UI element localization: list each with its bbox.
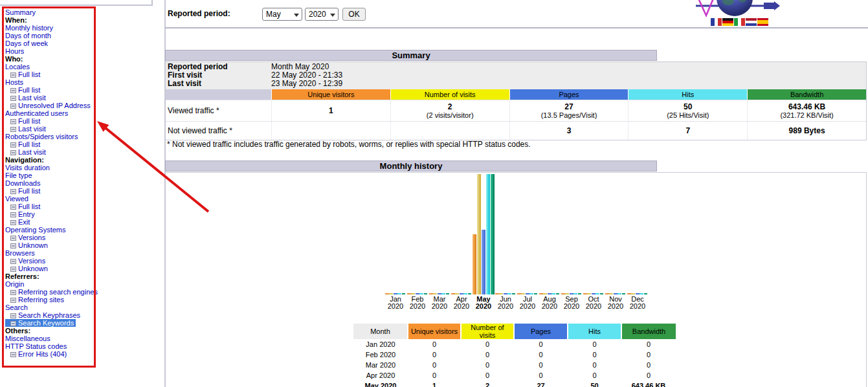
summary-column-header: Bandwidth xyxy=(747,89,866,100)
spain-flag-icon[interactable] xyxy=(757,18,768,26)
chart-month-slot xyxy=(495,173,517,294)
summary-value-cell xyxy=(390,122,509,140)
sidebar-item-label: Unresolved IP Address xyxy=(18,102,91,109)
monthly-history-table: MonthUnique visitorsNumber of visitsPage… xyxy=(353,324,676,387)
sidebar-item-miscellaneous[interactable]: Miscellaneous xyxy=(5,335,98,342)
monthly-table-cell: Mar 2020 xyxy=(353,360,408,370)
monthly-table-cell: 0 xyxy=(461,339,514,349)
summary-blank-header-cell xyxy=(166,89,271,100)
sidebar-item-last-visit[interactable]: Last visit xyxy=(5,125,98,133)
germany-flag-icon[interactable] xyxy=(722,18,733,26)
sidebar-item-viewed[interactable]: Viewed xyxy=(5,195,98,203)
france-flag-icon[interactable] xyxy=(711,18,722,26)
menu-square-icon xyxy=(10,212,16,217)
sidebar-item-days-of-week[interactable]: Days of week xyxy=(5,39,98,47)
sidebar-item-origin[interactable]: Origin xyxy=(5,280,98,288)
sidebar-item-downloads[interactable]: Downloads xyxy=(5,179,98,187)
summary-metric-header-row: Unique visitorsNumber of visitsPagesHits… xyxy=(166,89,866,100)
monthly-table-cell: Apr 2020 xyxy=(353,370,408,381)
summary-row-label: Viewed traffic * xyxy=(166,100,271,121)
sidebar-item-exit[interactable]: Exit xyxy=(5,218,98,226)
sidebar-item-full-list[interactable]: Full list xyxy=(5,86,98,94)
netherlands-flag-icon[interactable] xyxy=(746,18,757,26)
chart-zero-marker xyxy=(539,293,560,294)
monthly-table-cell: 0 xyxy=(461,360,514,370)
sidebar-item-versions[interactable]: Versions xyxy=(5,234,98,241)
sidebar-item-visits-duration[interactable]: Visits duration xyxy=(5,164,98,171)
sidebar-item-referring-sites[interactable]: Referring sites xyxy=(5,296,98,304)
monthly-table-cell: 0 xyxy=(514,370,568,381)
sidebar-item-entry[interactable]: Entry xyxy=(5,210,98,218)
sidebar-item-robots-spiders-visitors[interactable]: Robots/Spiders visitors xyxy=(5,133,98,140)
italy-flag-icon[interactable] xyxy=(734,18,745,26)
monthly-table-header: Bandwidth xyxy=(621,324,676,339)
sidebar-item-full-list[interactable]: Full list xyxy=(5,187,98,195)
summary-value-main: 7 xyxy=(629,126,747,135)
sidebar-item-monthly-history[interactable]: Monthly history xyxy=(5,24,98,32)
sidebar-item-label: Exit xyxy=(18,218,30,226)
sidebar-item-label: Who: xyxy=(5,55,23,63)
sidebar-item-referring-search-engines[interactable]: Referring search engines xyxy=(5,288,98,296)
sidebar-item-unknown[interactable]: Unknown xyxy=(5,241,98,249)
summary-value-cell: 989 Bytes xyxy=(747,122,866,140)
monthly-table-row: Apr 202000000 xyxy=(353,370,676,381)
monthly-table-row: Feb 202000000 xyxy=(353,349,676,360)
chart-month-slot xyxy=(473,173,495,294)
summary-value-main: 1 xyxy=(272,106,390,115)
sidebar-item-full-list[interactable]: Full list xyxy=(5,117,98,125)
summary-column-header: Unique visitors xyxy=(271,89,390,100)
sidebar-item-file-type[interactable]: File type xyxy=(5,171,98,179)
chevron-down-icon xyxy=(330,14,335,17)
sidebar-item-http-status-codes[interactable]: HTTP Status codes xyxy=(5,342,98,350)
menu-square-icon xyxy=(10,205,16,210)
sidebar-item-search-keywords[interactable]: Search Keywords xyxy=(5,319,76,327)
chart-month-slot xyxy=(384,173,406,294)
sidebar-item-hosts[interactable]: Hosts xyxy=(5,78,98,86)
summary-value-main: 2 xyxy=(391,102,509,111)
sidebar-item-unknown[interactable]: Unknown xyxy=(5,265,98,272)
sidebar-item-days-of-month[interactable]: Days of month xyxy=(5,32,98,39)
sidebar-item-operating-systems[interactable]: Operating Systems xyxy=(5,226,98,234)
sidebar-item-label: Origin xyxy=(5,280,24,288)
summary-value-main: 50 xyxy=(629,102,747,111)
monthly-table-row: Jan 202000000 xyxy=(353,339,676,349)
chart-month-label: May2020 xyxy=(473,296,495,310)
ok-button[interactable]: OK xyxy=(342,8,366,21)
menu-square-icon xyxy=(10,150,16,155)
sidebar-menu: SummaryWhen:Monthly historyDays of month… xyxy=(5,8,98,358)
sidebar-item-label: Days of month xyxy=(5,32,51,39)
sidebar-item-full-list[interactable]: Full list xyxy=(5,71,98,78)
summary-section-title: Summary xyxy=(165,50,657,61)
sidebar-item-full-list[interactable]: Full list xyxy=(5,203,98,210)
sidebar-item-versions[interactable]: Versions xyxy=(5,257,98,265)
monthly-table-cell: Jan 2020 xyxy=(353,339,408,349)
sidebar-item-summary[interactable]: Summary xyxy=(5,8,98,16)
sidebar-item-error-hits-404-[interactable]: Error Hits (404) xyxy=(5,350,98,358)
sidebar-item-search-keyphrases[interactable]: Search Keyphrases xyxy=(5,311,98,319)
chart-month-slot xyxy=(627,173,649,294)
sidebar-item-search[interactable]: Search xyxy=(5,304,98,311)
sidebar-item-label: When: xyxy=(5,16,27,24)
summary-body: Viewed traffic *12(2 visits/visitor)27(1… xyxy=(166,100,866,140)
chart-month-label: Apr2020 xyxy=(451,296,473,310)
sidebar-item-label: Full list xyxy=(18,117,40,125)
monthly-table-row: Mar 202000000 xyxy=(353,360,676,370)
monthly-table-cell: 0 xyxy=(568,349,621,360)
sidebar-item-full-list[interactable]: Full list xyxy=(5,140,98,148)
summary-column-header: Number of visits xyxy=(390,89,509,100)
sidebar-item-browsers[interactable]: Browsers xyxy=(5,249,98,257)
sidebar-item-label: Navigation: xyxy=(5,156,44,164)
summary-value-main: 27 xyxy=(510,102,629,111)
sidebar-item-last-visit[interactable]: Last visit xyxy=(5,94,98,102)
sidebar-item-hours[interactable]: Hours xyxy=(5,47,98,55)
sidebar-item-label: Error Hits (404) xyxy=(18,350,67,358)
sidebar-item-last-visit[interactable]: Last visit xyxy=(5,148,98,156)
sidebar-item-locales[interactable]: Locales xyxy=(5,63,98,71)
sidebar-item-authenticated-users[interactable]: Authenticated users xyxy=(5,109,98,117)
monthly-table-cell: 0 xyxy=(408,349,461,360)
sidebar-item-unresolved-ip-address[interactable]: Unresolved IP Address xyxy=(5,102,98,109)
chart-zero-marker xyxy=(407,293,428,294)
month-select[interactable]: May xyxy=(262,8,302,21)
chart-zero-marker xyxy=(451,293,472,294)
year-select[interactable]: 2020 xyxy=(305,8,339,21)
